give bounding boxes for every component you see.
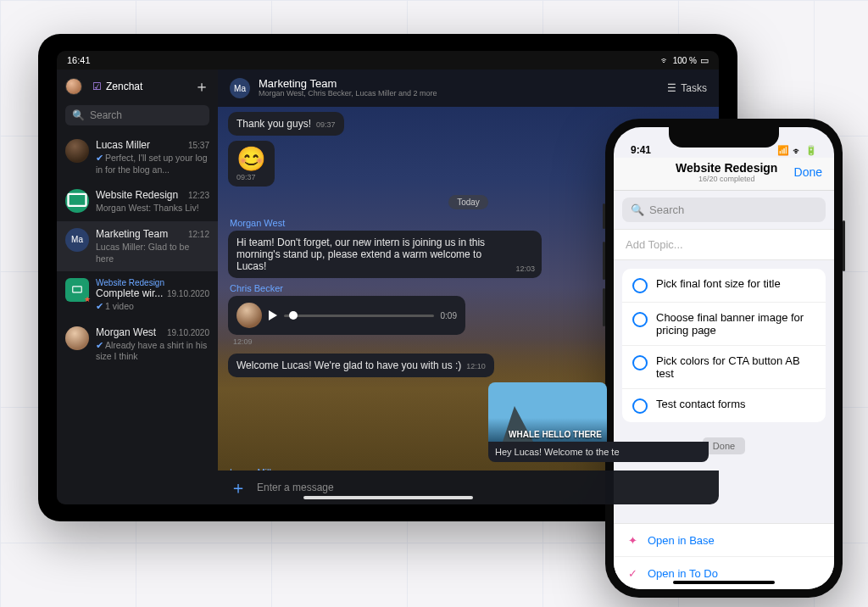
chat-preview: Morgan West: Thanks Liv!: [96, 203, 209, 214]
sender-name: Morgan West: [228, 218, 550, 231]
message-text: Welcome Lucas! We're glad to have you wi…: [236, 359, 461, 371]
attach-button[interactable]: ＋: [230, 476, 247, 499]
svg-rect-1: [73, 287, 82, 292]
ipad-statusbar: 16:41 ᯤ 100 % ▭: [57, 51, 719, 70]
chat-main: Ma Marketing Team Morgan West, Chris Bec…: [218, 70, 719, 504]
chat-name: Morgan West: [96, 326, 156, 338]
chat-name: Complete wir...: [96, 287, 163, 299]
chat-item-complete-wir[interactable]: ★ Website Redesign Complete wir...19.10.…: [57, 271, 218, 320]
message-text: Hi team! Don't forget, our new intern is…: [236, 237, 485, 272]
chat-item-marketing[interactable]: Ma Marketing Team12:12 Lucas Miller: Gla…: [57, 221, 218, 271]
tick-icon: ✔: [96, 301, 103, 311]
ipad-screen: 16:41 ᯤ 100 % ▭ ☑ Zenchat ＋ 🔍 Search Luc…: [57, 51, 719, 504]
chat-time: 12:12: [188, 230, 209, 239]
chat-item-morgan[interactable]: Morgan West19.10.2020 ✔Already have a sh…: [57, 320, 218, 370]
sender-name: Chris Becker: [228, 283, 550, 296]
sidebar-header: ☑ Zenchat ＋: [57, 70, 218, 102]
message-time: 12:09: [228, 335, 550, 348]
chat-time: 19.10.2020: [167, 289, 209, 298]
message-input-bar: ＋ Enter a message: [218, 471, 719, 504]
chat-item-website[interactable]: Website Redesign12:23 Morgan West: Thank…: [57, 182, 218, 221]
avatar: [236, 303, 262, 328]
signal-icon: 📶: [777, 145, 789, 156]
message: Thank you guys!09:37: [228, 112, 550, 136]
play-icon[interactable]: [269, 310, 277, 320]
new-chat-button[interactable]: ＋: [194, 76, 209, 97]
app-body: ☑ Zenchat ＋ 🔍 Search Lucas Miller15:37 ✔…: [57, 70, 719, 504]
search-icon: 🔍: [72, 109, 85, 121]
message: Welcome Lucas! We're glad to have you wi…: [228, 354, 550, 377]
base-icon: ✦: [626, 533, 639, 547]
search-placeholder: Search: [90, 109, 122, 121]
day-label: Today: [448, 195, 488, 209]
tasks-label: Tasks: [681, 82, 707, 94]
chat-topic: Website Redesign: [96, 278, 209, 287]
message-time: 09:37: [236, 171, 266, 181]
user-avatar[interactable]: [65, 78, 82, 95]
notch: [669, 127, 779, 148]
audio-duration: 0:09: [441, 311, 457, 320]
chat-preview: Lucas Miller: Glad to be here: [96, 242, 209, 265]
status-time: 16:41: [67, 55, 91, 65]
chat-name: Marketing Team: [96, 228, 168, 240]
battery-icon: 🔋: [805, 145, 817, 156]
brand-name: Zenchat: [106, 81, 142, 92]
chat-preview: ✔Already have a shirt in his size I thin…: [96, 340, 209, 363]
wifi-icon: ᯤ: [793, 146, 802, 156]
avatar: [65, 326, 89, 350]
tasks-button[interactable]: ☰ Tasks: [667, 82, 707, 94]
message-list[interactable]: Thank you guys!09:37 😊09:37 Today Morgan…: [218, 107, 719, 471]
message-text: Thank you guys!: [236, 118, 311, 130]
message-card[interactable]: WHALE HELLO THERE Hey Lucas! Welcome to …: [488, 382, 709, 462]
channel-badge: Ma: [65, 228, 89, 252]
card-image: WHALE HELLO THERE: [488, 382, 607, 442]
check-icon: ✓: [626, 566, 639, 580]
message-input[interactable]: Enter a message: [257, 482, 334, 493]
list-icon: ☰: [667, 82, 676, 94]
link-label: Open in To Do: [648, 567, 718, 580]
avatar: [65, 139, 89, 163]
audio-player[interactable]: 0:09: [228, 296, 465, 335]
star-icon: ★: [84, 295, 91, 304]
meme-text: WHALE HELLO THERE: [509, 430, 602, 439]
task-icon: ★: [65, 278, 89, 302]
wifi-icon: ᯤ: [660, 55, 670, 65]
link-label: Open in Base: [648, 534, 715, 547]
card-caption: Hey Lucas! Welcome to the te: [488, 442, 709, 462]
channel-icon: [65, 189, 89, 213]
channel-badge: Ma: [230, 78, 250, 98]
home-indicator[interactable]: [303, 496, 473, 499]
svg-rect-0: [69, 194, 86, 206]
chat-preview: ✔1 video: [96, 301, 209, 313]
bottom-links: ✦Open in Base ✓Open in To Do: [614, 523, 834, 589]
chat-item-lucas[interactable]: Lucas Miller15:37 ✔Perfect, I'll set up …: [57, 132, 218, 182]
message: Morgan West Hi team! Don't forget, our n…: [228, 218, 550, 278]
brand-icon: ☑: [92, 81, 102, 92]
home-indicator[interactable]: [673, 581, 775, 584]
open-in-todo-link[interactable]: ✓Open in To Do: [614, 557, 834, 589]
tick-icon: ✔: [96, 153, 103, 163]
ipad-frame: 16:41 ᯤ 100 % ▭ ☑ Zenchat ＋ 🔍 Search Luc…: [38, 34, 737, 521]
chat-time: 19.10.2020: [167, 328, 209, 337]
sidebar-search[interactable]: 🔍 Search: [65, 105, 209, 125]
chat-name: Website Redesign: [96, 189, 178, 201]
chat-header: Ma Marketing Team Morgan West, Chris Bec…: [218, 70, 719, 107]
chat-list: Lucas Miller15:37 ✔Perfect, I'll set up …: [57, 132, 218, 504]
message-time: 12:03: [515, 265, 535, 273]
message-audio: Chris Becker 0:09 12:09: [228, 283, 550, 348]
audio-knob[interactable]: [289, 311, 298, 320]
emoji: 😊: [236, 148, 266, 171]
chat-subtitle: Morgan West, Chris Becker, Lucas Miller …: [259, 90, 437, 98]
day-separator: Today: [228, 195, 709, 209]
done-button[interactable]: Done: [794, 165, 822, 179]
message-time: 09:37: [316, 120, 336, 129]
chat-time: 12:23: [188, 191, 209, 200]
brand: ☑ Zenchat: [92, 81, 142, 92]
chat-title: Marketing Team: [259, 78, 437, 90]
sidebar: ☑ Zenchat ＋ 🔍 Search Lucas Miller15:37 ✔…: [57, 70, 218, 504]
open-in-base-link[interactable]: ✦Open in Base: [614, 524, 834, 557]
audio-track[interactable]: [284, 315, 434, 317]
battery-icon: ▭: [700, 55, 709, 66]
message-emoji: 😊09:37: [228, 141, 550, 187]
message-time: 12:10: [466, 362, 486, 370]
